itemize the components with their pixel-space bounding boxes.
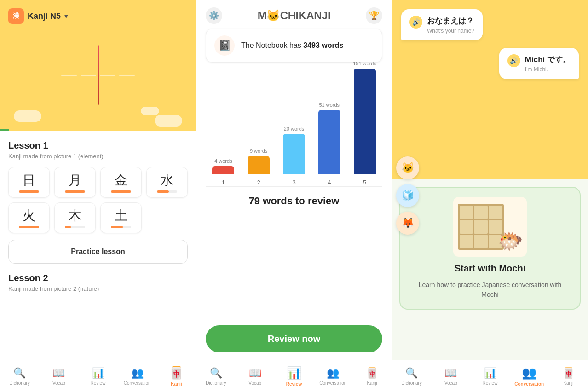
right-nav-label-kanji: Kanji (563, 380, 573, 386)
right-nav-kanji[interactable]: 🀄 Kanji (549, 367, 588, 386)
trophy-button[interactable]: 🏆 (366, 7, 382, 24)
right-nav-dictionary[interactable]: 🔍 Dictionary (392, 367, 431, 386)
search-icon: 🔍 (210, 367, 222, 379)
mid-nav-dictionary[interactable]: 🔍 Dictionary (196, 367, 236, 386)
kanji-progress-bar (19, 226, 39, 228)
notebook-banner: 📓 The Notebook has 3493 words (206, 29, 382, 63)
bar-label-3: 20 words (284, 126, 305, 132)
kanji-card-tsuki[interactable]: 月 (54, 167, 96, 198)
speaker-button-2[interactable]: 🔊 (507, 54, 520, 67)
left-nav-dictionary[interactable]: 🔍 Dictionary (0, 367, 39, 386)
bar-3 (283, 134, 305, 174)
word-bar-chart: 4 words 1 9 words 2 20 words 3 51 words … (206, 67, 382, 187)
kanji-char: 日 (23, 174, 35, 187)
cloud-decoration-3 (155, 115, 182, 127)
left-content: Lesson 1 Kanji made from picture 1 (elem… (0, 131, 196, 360)
mid-nav-review[interactable]: 📊 Review (275, 366, 314, 386)
mid-nav-label-conversation: Conversation (319, 380, 346, 386)
avatar-mochi[interactable]: 🧊 (396, 184, 419, 207)
kanji-nav-icon: 🀄 (366, 367, 378, 379)
search-icon: 🔍 (13, 367, 26, 379)
window-decoration (458, 204, 504, 250)
mid-nav-kanji[interactable]: 🀄 Kanji (352, 367, 392, 386)
chat-english-2: I'm Michi. (525, 66, 571, 73)
left-header: 漢 Kanji N5 ▾ (0, 0, 196, 131)
kanji-char: 金 (115, 174, 127, 187)
conversation-icon: 👥 (131, 367, 144, 379)
progress-bar (0, 129, 9, 131)
avatar-fox[interactable]: 🦊 (396, 212, 419, 235)
chart-area: 4 words 1 9 words 2 20 words 3 51 words … (196, 67, 392, 325)
left-nav-conversation[interactable]: 👥 Conversation (118, 367, 157, 386)
mochi-illustration: 🐡 (453, 197, 527, 257)
review-icon: 📊 (484, 367, 496, 379)
mochi-character: 🐡 (498, 229, 523, 253)
right-nav-conversation[interactable]: 👥 Conversation (510, 366, 549, 386)
nav-label-review: Review (91, 380, 106, 386)
right-nav-label-review: Review (483, 380, 498, 386)
kanji-card-tsuchi[interactable]: 土 (100, 202, 142, 233)
kanji-char: 水 (161, 174, 173, 187)
right-nav-label-vocab: Vocab (444, 380, 457, 386)
kanji-card-ki[interactable]: 木 (54, 202, 96, 233)
search-icon: 🔍 (405, 367, 418, 379)
bar-label-4: 51 words (319, 102, 340, 108)
mochi-start-card[interactable]: 🐡 Start with Mochi Learn how to practice… (399, 187, 581, 310)
kanji-app-icon: 漢 (8, 8, 24, 24)
vocab-icon: 📖 (52, 367, 65, 379)
bar-label-2: 9 words (250, 148, 268, 154)
avatar-notification[interactable]: 🐱 (396, 156, 419, 179)
app-title: Kanji N5 (28, 12, 61, 21)
review-summary-text: 79 words to review (206, 187, 382, 212)
notebook-words-text: The Notebook has 3493 words (241, 41, 343, 50)
kanji-char: 土 (115, 209, 127, 222)
left-nav-kanji[interactable]: 🀄 Kanji (157, 366, 196, 386)
mochi-card-description: Learn how to practice Japanese conversat… (409, 280, 571, 300)
nav-label-kanji-active: Kanji (171, 381, 182, 386)
vocab-icon: 📖 (444, 367, 457, 379)
practice-lesson-button[interactable]: Practice lesson (8, 240, 188, 264)
nav-label-dictionary: Dictionary (9, 380, 29, 386)
kanji-card-hi[interactable]: 日 (8, 167, 50, 198)
speaker-button-1[interactable]: 🔊 (409, 16, 422, 29)
kanji-char: 木 (69, 209, 81, 222)
bar-num-2: 2 (257, 179, 260, 186)
left-nav-review[interactable]: 📊 Review (78, 367, 117, 386)
bar-num-3: 3 (292, 179, 295, 186)
mid-nav-vocab[interactable]: 📖 Vocab (236, 367, 275, 386)
kanji-progress-bar (157, 190, 177, 193)
kanji-card-mizu[interactable]: 水 (146, 167, 188, 198)
left-nav-vocab[interactable]: 📖 Vocab (39, 367, 78, 386)
bar-col-5: 151 words 5 (347, 61, 382, 186)
lesson1-title: Lesson 1 (8, 140, 188, 151)
kanji-card-hi2[interactable]: 火 (8, 202, 50, 233)
review-now-button[interactable]: Review now (206, 325, 382, 352)
middle-bottom-nav: 🔍 Dictionary 📖 Vocab 📊 Review 👥 Conversa… (196, 360, 392, 392)
mid-nav-label-review-active: Review (286, 381, 302, 386)
right-content-area: 🐡 Start with Mochi Learn how to practice… (392, 179, 588, 360)
cloud-decoration-2 (141, 107, 159, 115)
kanji-progress-bar (111, 190, 131, 193)
lesson2-subtitle: Kanji made from picture 2 (nature) (8, 285, 188, 292)
bar-col-1: 4 words 1 (206, 158, 241, 186)
kanji-nav-icon: 🀄 (562, 367, 575, 379)
header-title-area[interactable]: 漢 Kanji N5 ▾ (8, 8, 68, 24)
lesson1-subtitle: Kanji made from picture 1 (element) (8, 153, 188, 160)
app-logo: M🐱CHIKANJI (258, 9, 330, 22)
right-nav-vocab[interactable]: 📖 Vocab (431, 367, 470, 386)
bar-label-5: 151 words (353, 61, 376, 67)
mid-nav-conversation[interactable]: 👥 Conversation (313, 367, 352, 386)
chat-text-1: おなまえは？ What's your name? (427, 16, 474, 34)
left-bottom-nav: 🔍 Dictionary 📖 Vocab 📊 Review 👥 Conversa… (0, 360, 196, 392)
chevron-down-icon: ▾ (64, 12, 68, 20)
cloud-decoration-1 (14, 110, 41, 122)
right-nav-review[interactable]: 📊 Review (470, 367, 509, 386)
chat-japanese-1: おなまえは？ (427, 16, 474, 26)
settings-button[interactable]: ⚙️ (206, 7, 222, 24)
kanji-char: 火 (23, 209, 35, 222)
right-bottom-nav: 🔍 Dictionary 📖 Vocab 📊 Review 👥 Conversa… (392, 360, 588, 392)
floating-avatar-area: 🐱 🧊 🦊 (396, 156, 419, 235)
kanji-card-kin[interactable]: 金 (100, 167, 142, 198)
chat-area: 🔊 おなまえは？ What's your name? 🔊 Michi です。 I… (392, 0, 588, 179)
chat-bubble-answer: 🔊 Michi です。 I'm Michi. (499, 48, 579, 79)
